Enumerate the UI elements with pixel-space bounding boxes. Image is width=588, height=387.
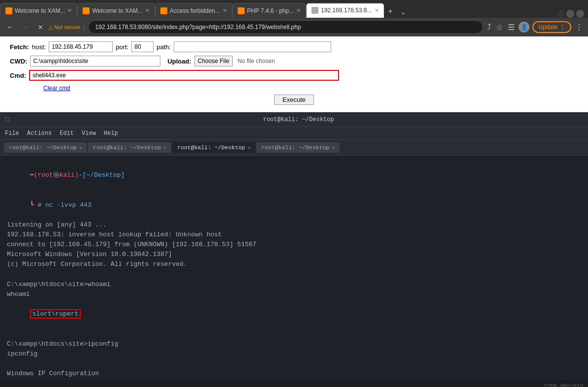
tab-5-favicon	[311, 7, 318, 14]
tab-1[interactable]: Welcome to XAM... ✕	[0, 3, 77, 18]
command-line: ┗ # nc -lvvp 443	[7, 190, 581, 220]
terminal-icon: □	[5, 116, 9, 124]
update-button[interactable]: Update ⋮	[532, 21, 571, 33]
command-text: nc -lvvp 443	[45, 201, 92, 209]
term-tab-2[interactable]: root@kali: ~/Desktop ✕	[88, 142, 171, 153]
fetch-row: Fetch: host: port: path:	[10, 41, 578, 52]
output-blank-1	[7, 270, 581, 280]
new-tab-button[interactable]: +	[384, 5, 397, 18]
tab-5[interactable]: 192.168.178.53:8... ✕	[306, 3, 384, 18]
tab-5-label: 192.168.178.53:8...	[321, 7, 371, 14]
term-tab-3[interactable]: root@kali: ~/Desktop ✕	[172, 142, 255, 153]
tab-4-favicon	[238, 7, 245, 14]
menu-actions[interactable]: Actions	[27, 130, 52, 137]
prompt-user: ━(root㉿kali)	[30, 171, 79, 179]
choose-file-button[interactable]: Choose File	[194, 56, 233, 66]
reader-mode-icon[interactable]: ☰	[507, 22, 516, 33]
clear-cmd-link[interactable]: Clear cmd	[43, 85, 70, 92]
output-line-11: ipconfig	[7, 349, 581, 359]
execute-button[interactable]: Execute	[274, 95, 314, 105]
cmd-input[interactable]	[29, 70, 339, 81]
separator: |	[83, 24, 85, 31]
terminal-content: ━(root㉿kali)-[~/Desktop] ┗ # nc -lvvp 44…	[0, 156, 588, 381]
terminal-tabs-bar: root@kali: ~/Desktop ✕ root@kali: ~/Desk…	[0, 140, 588, 156]
tab-bar: Welcome to XAM... ✕ Welcome to XAM... ✕ …	[0, 0, 588, 18]
clear-cmd-row: Clear cmd	[10, 84, 578, 92]
prompt-line: ━(root㉿kali)-[~/Desktop]	[7, 161, 581, 190]
avatar[interactable]: 👤	[519, 22, 529, 32]
browser-chrome: Welcome to XAM... ✕ Welcome to XAM... ✕ …	[0, 0, 588, 36]
output-whoami: slort\rupert	[7, 299, 581, 329]
tab-3-label: Access forbidden...	[170, 7, 220, 14]
hash-prompt: ┗ #	[30, 201, 41, 209]
term-tab-4-close[interactable]: ✕	[332, 145, 335, 151]
terminal-title-bar: □ root@kali: ~/Desktop	[0, 112, 588, 127]
term-tab-3-label: root@kali: ~/Desktop	[177, 144, 245, 151]
cwd-row: CWD: Upload: Choose File No file chosen	[10, 56, 578, 66]
bottom-status-bar: CSDN @0rch1d	[0, 381, 588, 387]
output-line-10: C:\xampp\htdocs\site>ipconfig	[7, 339, 581, 349]
forward-button[interactable]: →	[20, 22, 32, 32]
host-input[interactable]	[49, 41, 113, 52]
cmd-row: Cmd:	[10, 70, 578, 81]
tab-3-favicon	[160, 7, 167, 14]
output-line-4: Microsoft Windows [Version 10.0.19042.13…	[7, 250, 581, 259]
tab-overflow-button[interactable]: ⌄	[397, 6, 410, 18]
term-tab-1[interactable]: root@kali: ~/Desktop ✕	[4, 142, 87, 153]
tab-1-favicon	[5, 7, 12, 14]
term-tab-4[interactable]: root@kali: ~/Desktop ✕	[256, 142, 340, 153]
user-circles	[557, 10, 584, 18]
term-tab-3-close[interactable]: ✕	[248, 145, 250, 151]
bookmark-icon[interactable]: ☆	[495, 22, 504, 33]
host-label: host:	[32, 43, 46, 51]
address-bar[interactable]: 192.168.178.53:8080/site/index.php?page=…	[88, 20, 484, 34]
term-tab-1-label: root@kali: ~/Desktop	[9, 144, 77, 151]
no-file-chosen-label: No file chosen	[238, 58, 275, 64]
cwd-label: CWD:	[10, 58, 27, 65]
execute-btn-row: Execute	[10, 95, 578, 105]
tab-1-label: Welcome to XAM...	[15, 7, 65, 14]
menu-icon[interactable]: ⋮	[574, 22, 584, 33]
terminal: □ root@kali: ~/Desktop File Actions Edit…	[0, 112, 588, 387]
webshell-area: Fetch: host: port: path: CWD: Upload: Ch…	[0, 36, 588, 112]
output-windows-ip: Windows IP Configuration	[7, 369, 581, 379]
close-tab-button[interactable]: ✕	[35, 23, 46, 32]
share-icon[interactable]: ⤴	[486, 22, 492, 32]
output-line-7: whoami	[7, 290, 581, 299]
term-tab-2-label: root@kali: ~/Desktop	[93, 144, 161, 151]
fetch-label: Fetch:	[10, 43, 29, 51]
address-url: 192.168.178.53:8080/site/index.php?page=…	[95, 24, 301, 31]
tab-2[interactable]: Welcome to XAM... ✕	[77, 3, 155, 18]
port-input[interactable]	[131, 41, 154, 52]
menu-view[interactable]: View	[82, 130, 96, 137]
term-tab-4-label: root@kali: ~/Desktop	[261, 144, 329, 151]
menu-file[interactable]: File	[5, 130, 19, 137]
nav-bar: ← → ✕ △ Not secure | 192.168.178.53:8080…	[0, 18, 588, 36]
output-line-3: connect to [192.168.45.179] from (UNKNOW…	[7, 240, 581, 250]
back-button[interactable]: ←	[4, 22, 17, 32]
port-label: port:	[116, 43, 128, 51]
tab-2-close[interactable]: ✕	[145, 7, 150, 14]
tab-5-close[interactable]: ✕	[374, 7, 379, 14]
tab-1-close[interactable]: ✕	[67, 7, 72, 14]
menu-edit[interactable]: Edit	[60, 130, 74, 137]
term-tab-2-close[interactable]: ✕	[163, 145, 166, 151]
tab-2-label: Welcome to XAM...	[92, 7, 142, 14]
whoami-result: slort\rupert	[30, 309, 81, 319]
cwd-input[interactable]	[30, 56, 160, 66]
tab-4-label: PHP 7.4.6 - php...	[247, 7, 294, 14]
tab-4-close[interactable]: ✕	[296, 7, 301, 14]
tab-3[interactable]: Access forbidden... ✕	[155, 3, 232, 18]
path-label: path:	[156, 43, 171, 51]
term-tab-1-close[interactable]: ✕	[79, 145, 82, 151]
update-menu-icon: ⋮	[559, 24, 565, 31]
path-input[interactable]	[174, 41, 331, 52]
menu-help[interactable]: Help	[104, 130, 118, 137]
output-line-1: listening on [any] 443 ...	[7, 220, 581, 230]
tab-4[interactable]: PHP 7.4.6 - php... ✕	[232, 3, 306, 18]
output-line-5: (c) Microsoft Corporation. All rights re…	[7, 259, 581, 269]
output-blank-2	[7, 329, 581, 339]
update-label: Update	[538, 24, 557, 31]
tab-3-close[interactable]: ✕	[222, 7, 227, 14]
output-blank-3	[7, 359, 581, 369]
